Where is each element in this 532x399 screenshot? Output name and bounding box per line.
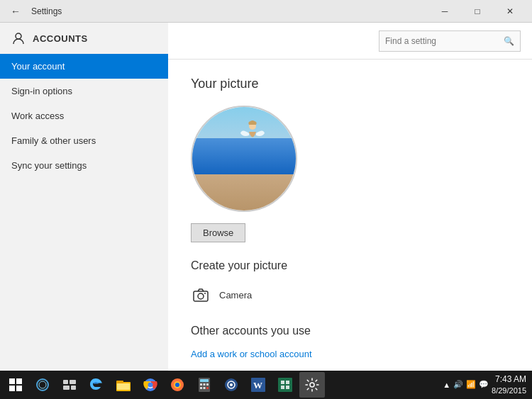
sidebar: ACCOUNTS Your account Sign-in options Wo… xyxy=(0,23,168,371)
sidebar-item-sign-in-options[interactable]: Sign-in options xyxy=(0,79,168,103)
svg-rect-6 xyxy=(16,378,22,384)
sidebar-nav: Your account Sign-in options Work access… xyxy=(0,54,168,178)
cortana-button[interactable] xyxy=(30,372,55,398)
profile-picture[interactable] xyxy=(191,106,297,212)
taskbar-firefox[interactable] xyxy=(165,372,190,398)
svg-point-0 xyxy=(16,33,21,39)
beach-scene-art xyxy=(192,107,296,210)
volume-icon[interactable]: 🔊 xyxy=(453,380,463,389)
window-controls: ─ □ ✕ xyxy=(428,0,526,23)
svg-rect-11 xyxy=(63,380,68,384)
taskbar-explorer[interactable] xyxy=(111,372,136,398)
sidebar-item-work-access[interactable]: Work access xyxy=(0,103,168,128)
svg-rect-25 xyxy=(200,379,209,382)
sidebar-item-family-other-users[interactable]: Family & other users xyxy=(0,128,168,153)
taskbar-edge[interactable] xyxy=(84,372,109,398)
camera-label: Camera xyxy=(219,290,252,300)
svg-rect-26 xyxy=(200,383,202,386)
svg-rect-39 xyxy=(286,381,289,384)
window-title: Settings xyxy=(31,6,62,16)
search-icon: 🔍 xyxy=(504,36,514,46)
svg-rect-29 xyxy=(200,387,202,389)
svg-point-42 xyxy=(310,383,314,387)
sidebar-app-title: ACCOUNTS xyxy=(33,33,88,44)
svg-point-3 xyxy=(198,293,204,299)
angel-figure xyxy=(235,118,270,158)
system-tray-icons: ▲ 🔊 📶 💬 xyxy=(443,380,489,389)
svg-point-9 xyxy=(37,379,48,390)
svg-rect-37 xyxy=(278,378,292,392)
svg-rect-8 xyxy=(16,386,22,391)
search-input[interactable] xyxy=(385,36,504,46)
taskbar-app6[interactable] xyxy=(218,372,244,398)
search-box: 🔍 xyxy=(379,30,521,52)
svg-text:W: W xyxy=(253,380,262,390)
svg-point-20 xyxy=(148,383,153,388)
taskbar-word[interactable]: W xyxy=(245,372,271,398)
add-account-link[interactable]: Add a work or school account xyxy=(191,349,312,359)
svg-rect-31 xyxy=(206,387,209,389)
other-accounts-section: Other accounts you use Add a work or sch… xyxy=(191,325,509,360)
svg-rect-38 xyxy=(281,381,284,384)
close-button[interactable]: ✕ xyxy=(494,0,526,23)
header-bar: 🔍 xyxy=(168,23,532,60)
svg-rect-7 xyxy=(9,386,15,391)
other-accounts-title: Other accounts you use xyxy=(191,325,509,337)
action-center-icon[interactable]: 💬 xyxy=(479,380,489,389)
svg-rect-28 xyxy=(206,383,209,386)
taskbar-right: ▲ 🔊 📶 💬 7:43 AM 8/29/2015 xyxy=(443,374,529,395)
taskbar: W ▲ 🔊 📶 💬 7:43 AM xyxy=(0,371,532,399)
svg-point-34 xyxy=(230,383,233,386)
taskbar-app8[interactable] xyxy=(272,372,298,398)
notification-icon[interactable]: ▲ xyxy=(443,381,450,389)
main-area: 🔍 Your picture xyxy=(168,23,532,371)
picture-section-title: Your picture xyxy=(191,77,509,91)
taskbar-chrome[interactable] xyxy=(138,372,163,398)
svg-point-10 xyxy=(39,381,46,388)
create-picture-title: Create your picture xyxy=(191,259,509,272)
system-clock[interactable]: 7:43 AM 8/29/2015 xyxy=(492,374,526,395)
back-button[interactable]: ← xyxy=(6,1,26,21)
svg-rect-16 xyxy=(116,381,123,383)
svg-rect-14 xyxy=(71,386,76,390)
taskbar-calc[interactable] xyxy=(192,372,217,398)
svg-rect-30 xyxy=(204,387,206,389)
app-content: ACCOUNTS Your account Sign-in options Wo… xyxy=(0,23,532,371)
sidebar-header: ACCOUNTS xyxy=(0,23,168,54)
taskbar-settings[interactable] xyxy=(299,372,325,398)
svg-rect-13 xyxy=(63,386,70,390)
svg-rect-17 xyxy=(117,383,130,390)
sidebar-item-sync-settings[interactable]: Sync your settings xyxy=(0,153,168,178)
svg-point-4 xyxy=(204,293,206,294)
start-button[interactable] xyxy=(3,372,28,398)
accounts-icon xyxy=(11,31,26,45)
minimize-button[interactable]: ─ xyxy=(428,0,461,23)
svg-rect-12 xyxy=(70,380,76,384)
svg-rect-2 xyxy=(194,291,208,301)
beach-layer xyxy=(192,174,296,210)
title-bar: ← Settings ─ □ ✕ xyxy=(0,0,532,23)
create-picture-section: Create your picture Camera xyxy=(191,259,509,308)
svg-rect-40 xyxy=(281,386,284,389)
camera-icon xyxy=(191,285,211,305)
task-view-button[interactable] xyxy=(57,372,82,398)
camera-item[interactable]: Camera xyxy=(191,282,509,308)
profile-picture-container: Browse xyxy=(191,106,509,242)
taskbar-left: W xyxy=(3,372,325,398)
svg-rect-27 xyxy=(204,383,206,386)
content-area: Your picture xyxy=(168,60,532,371)
browse-button[interactable]: Browse xyxy=(191,223,245,242)
clock-time: 7:43 AM xyxy=(492,374,526,386)
maximize-button[interactable]: □ xyxy=(461,0,494,23)
sidebar-item-your-account[interactable]: Your account xyxy=(0,54,168,79)
clock-date: 8/29/2015 xyxy=(492,386,526,395)
network-icon[interactable]: 📶 xyxy=(466,380,476,389)
svg-rect-41 xyxy=(286,386,289,389)
svg-rect-5 xyxy=(9,378,15,384)
picture-section: Your picture xyxy=(191,77,509,242)
title-bar-left: ← Settings xyxy=(6,1,62,21)
svg-point-23 xyxy=(175,383,179,387)
